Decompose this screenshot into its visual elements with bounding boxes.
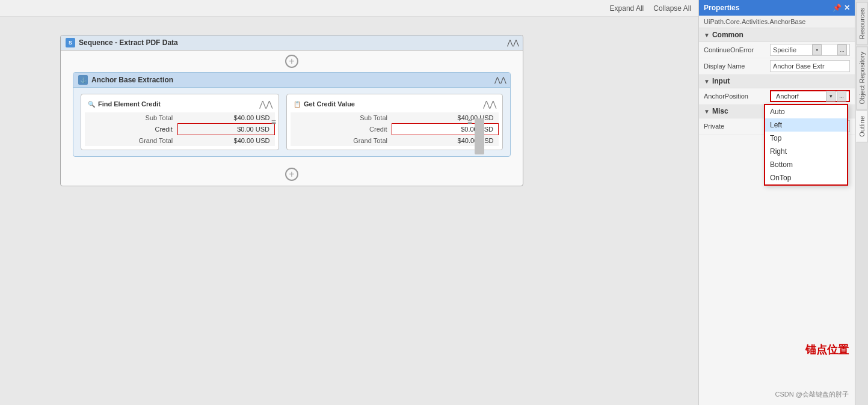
dropdown-option-left[interactable]: Left xyxy=(765,118,847,132)
dropdown-option-bottom[interactable]: Bottom xyxy=(765,158,847,171)
find-subtotal-label: Sub Total xyxy=(85,112,177,124)
section-misc-collapse-icon: ▼ xyxy=(704,108,710,115)
get-grandtotal-label: Grand Total xyxy=(291,135,392,147)
sequence-header-left: S Sequence - Extract PDF Data xyxy=(66,38,178,47)
properties-title: Properties xyxy=(704,4,739,12)
prop-continue-on-error-toggle[interactable]: ▪ xyxy=(812,44,822,55)
get-credit-header: 📋 Get Credit Value ⋀⋀ xyxy=(291,98,499,112)
get-credit-collapse[interactable]: ⋀⋀ xyxy=(483,99,496,109)
section-input-collapse-icon: ▼ xyxy=(704,78,710,85)
properties-subtitle: UiPath.Core.Activities.AnchorBase xyxy=(699,16,855,28)
dropdown-option-top[interactable]: Top xyxy=(765,132,847,145)
expand-all-button[interactable]: Expand All xyxy=(608,3,647,14)
section-common[interactable]: ▼ Common xyxy=(699,28,855,42)
section-common-collapse-icon: ▼ xyxy=(704,32,710,38)
table-row: Credit $0.00 USD xyxy=(85,124,275,135)
prop-continue-on-error-value[interactable]: Specifie ▪ ... xyxy=(770,44,850,56)
tab-object-repository[interactable]: Object Repository xyxy=(856,46,868,109)
toolbar: Expand All Collapse All xyxy=(0,0,698,17)
find-grandtotal-label: Grand Total xyxy=(85,135,177,147)
prop-private-name: Private xyxy=(704,123,770,130)
tab-resources[interactable]: Resources xyxy=(856,2,868,45)
find-element-box: 🔍 Find Element Credit ⋀⋀ Sub Total $40.0… xyxy=(81,94,279,150)
get-credit-label: Credit xyxy=(291,124,392,135)
prop-display-name-text: Anchor Base Extr xyxy=(773,62,825,70)
prop-anchor-position-name: AnchorPosition xyxy=(704,93,770,100)
get-credit-menu-icon[interactable]: ≡ xyxy=(467,117,472,127)
sequence-title: Sequence - Extract PDF Data xyxy=(79,38,178,47)
add-circle-bottom[interactable]: + xyxy=(285,168,298,181)
find-element-collapse[interactable]: ⋀⋀ xyxy=(259,99,272,109)
find-element-header: 🔍 Find Element Credit ⋀⋀ xyxy=(85,98,275,112)
canvas-area: S Sequence - Extract PDF Data ⋀⋀ + ⚓ Anc… xyxy=(0,17,698,405)
prop-continue-on-error: ContinueOnError Specifie ▪ ... xyxy=(699,42,855,58)
table-row: Grand Total $40.00 USD xyxy=(85,135,275,147)
anchor-icon: ⚓ xyxy=(78,75,88,85)
sequence-header: S Sequence - Extract PDF Data ⋀⋀ xyxy=(61,35,523,50)
find-grandtotal-value: $40.00 USD xyxy=(177,135,274,147)
get-subtotal-label: Sub Total xyxy=(291,112,392,124)
properties-header-icons: 📌 ✕ xyxy=(833,4,850,12)
prop-anchor-position: AnchorPosition Anchorf ▾ ... Auto Left T… xyxy=(699,88,855,105)
anchor-header-left: ⚓ Anchor Base Extraction xyxy=(78,75,173,85)
prop-display-name-value[interactable]: Anchor Base Extr xyxy=(770,60,850,72)
collapse-all-button[interactable]: Collapse All xyxy=(651,3,694,14)
get-credit-header-left: 📋 Get Credit Value xyxy=(293,100,355,108)
find-element-title: Find Element Credit xyxy=(98,100,161,108)
anchor-container: ⚓ Anchor Base Extraction ⋀⋀ 🔍 Find Eleme… xyxy=(73,72,511,157)
get-credit-box: 📋 Get Credit Value ⋀⋀ Sub Total $40.00 U… xyxy=(286,94,503,150)
dropdown-option-auto[interactable]: Auto xyxy=(765,105,847,118)
anchor-collapse-button[interactable]: ⋀⋀ xyxy=(496,75,505,85)
section-common-label: Common xyxy=(712,31,743,39)
gray-bar xyxy=(475,118,484,154)
get-credit-icon: 📋 xyxy=(293,100,301,108)
prop-anchor-position-dots-btn[interactable]: ... xyxy=(837,91,846,102)
section-input-label: Input xyxy=(712,77,730,85)
bottom-add: + xyxy=(61,163,523,186)
prop-anchor-position-dropdown-btn[interactable]: ▾ xyxy=(826,91,836,102)
right-tabs: Resources Object Repository Outline xyxy=(855,0,868,405)
find-element-menu-icon[interactable]: ≡ xyxy=(271,117,276,127)
prop-continue-on-error-name: ContinueOnError xyxy=(704,46,770,53)
find-credit-value: $0.00 USD xyxy=(177,124,274,135)
prop-anchor-position-text: Anchorf xyxy=(774,93,825,100)
tab-outline[interactable]: Outline xyxy=(856,111,868,142)
annotation-chinese: 锚点位置 xyxy=(805,343,849,357)
table-row: Grand Total $40.00 USD xyxy=(291,135,499,147)
sequence-collapse-button[interactable]: ⋀⋀ xyxy=(508,38,518,47)
dropdown-option-ontop[interactable]: OnTop xyxy=(765,171,847,184)
prop-continue-on-error-dots[interactable]: ... xyxy=(837,44,847,55)
sequence-icon: S xyxy=(66,38,75,47)
add-circle-top[interactable]: + xyxy=(285,55,298,68)
find-credit-label: Credit xyxy=(85,124,177,135)
sequence-container: S Sequence - Extract PDF Data ⋀⋀ + ⚓ Anc… xyxy=(60,35,523,186)
pin-icon[interactable]: 📌 xyxy=(833,4,842,12)
find-element-table: Sub Total $40.00 USD Credit $0.00 USD Gr… xyxy=(85,112,275,146)
get-credit-title: Get Credit Value xyxy=(304,100,355,108)
prop-anchor-position-value[interactable]: Anchorf ▾ ... xyxy=(770,90,850,102)
anchor-header: ⚓ Anchor Base Extraction ⋀⋀ xyxy=(73,73,510,88)
properties-header: Properties 📌 ✕ xyxy=(699,0,855,16)
section-misc-label: Misc xyxy=(712,107,728,115)
close-icon[interactable]: ✕ xyxy=(844,4,850,12)
activities-row: 🔍 Find Element Credit ⋀⋀ Sub Total $40.0… xyxy=(73,88,510,156)
section-input[interactable]: ▼ Input xyxy=(699,75,855,88)
find-element-header-left: 🔍 Find Element Credit xyxy=(87,100,161,108)
dropdown-option-right[interactable]: Right xyxy=(765,145,847,158)
prop-continue-on-error-text: Specifie xyxy=(773,46,796,53)
csdn-watermark: CSDN @会敲键盘的肘子 xyxy=(775,390,849,399)
anchor-position-dropdown: Auto Left Top Right Bottom OnTop xyxy=(764,104,848,186)
prop-display-name: Display Name Anchor Base Extr xyxy=(699,58,855,75)
prop-display-name-label: Display Name xyxy=(704,62,770,70)
anchor-title: Anchor Base Extraction xyxy=(91,76,173,84)
find-element-icon: 🔍 xyxy=(87,100,96,108)
add-button-top[interactable]: + xyxy=(61,54,523,69)
table-row: Sub Total $40.00 USD xyxy=(85,112,275,124)
find-subtotal-value: $40.00 USD xyxy=(177,112,274,124)
properties-panel: Properties 📌 ✕ UiPath.Core.Activities.An… xyxy=(698,0,855,405)
